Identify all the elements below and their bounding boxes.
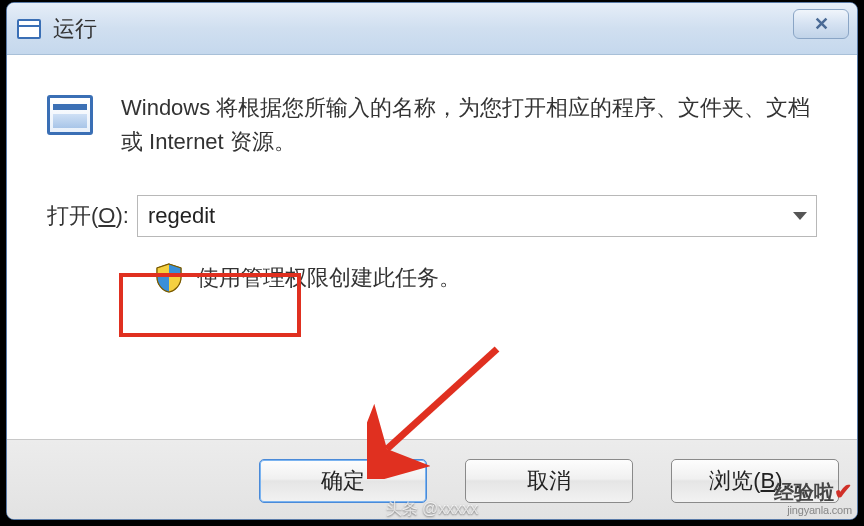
watermark-footer: 头条 @xxxxx xyxy=(0,499,864,520)
cancel-button[interactable]: 取消 xyxy=(465,459,633,503)
open-label: 打开(O): xyxy=(47,201,129,231)
titlebar[interactable]: 运行 ✕ xyxy=(7,3,857,55)
window-title: 运行 xyxy=(53,14,97,44)
dialog-body: Windows 将根据您所输入的名称，为您打开相应的程序、文件夹、文档或 Int… xyxy=(7,55,857,439)
shield-icon xyxy=(155,263,183,293)
open-combobox[interactable] xyxy=(137,195,817,237)
run-titlebar-icon xyxy=(17,19,41,39)
run-dialog-window: 运行 ✕ Windows 将根据您所输入的名称，为您打开相应的程序、文件夹、文档… xyxy=(6,2,858,520)
admin-note: 使用管理权限创建此任务。 xyxy=(197,263,461,293)
close-button[interactable]: ✕ xyxy=(793,9,849,39)
run-program-icon xyxy=(47,95,93,135)
watermark-logo: 经验啦✔ jingyanla.com xyxy=(774,480,852,516)
close-icon: ✕ xyxy=(814,13,829,35)
open-input[interactable] xyxy=(137,195,817,237)
dialog-description: Windows 将根据您所输入的名称，为您打开相应的程序、文件夹、文档或 Int… xyxy=(121,91,817,159)
ok-button[interactable]: 确定 xyxy=(259,459,427,503)
